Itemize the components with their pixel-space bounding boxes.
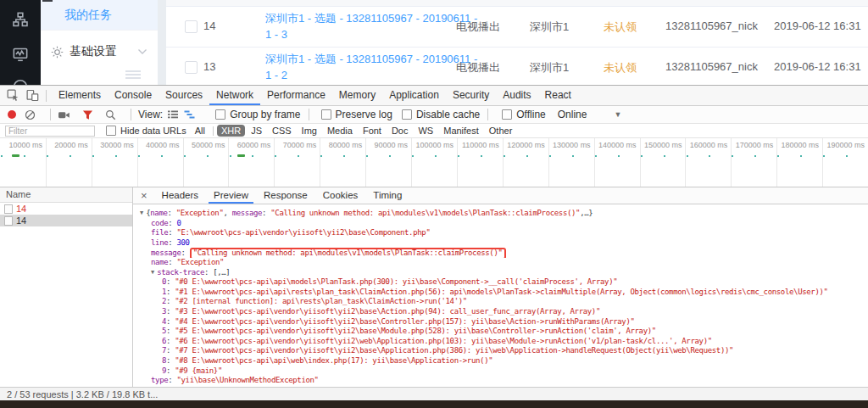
hide-data-urls-label: Hide data URLs [120, 126, 186, 136]
devtools-tab-performance[interactable]: Performance [260, 86, 332, 105]
dark-icon-rail [0, 0, 41, 85]
view-list-icon[interactable] [167, 109, 179, 120]
table-row: 14深圳市1 - 选题 - 13281105967 - 20190611 -1 … [166, 7, 868, 48]
filter-type-ws[interactable]: WS [414, 125, 437, 137]
row-title-link[interactable]: 深圳市1 - 选题 - 13281105967 - 20190611 -1 - … [265, 10, 477, 42]
filter-input[interactable] [5, 126, 95, 137]
sidebar-item-my-tasks[interactable]: 我的任务 [41, 0, 158, 31]
waterfall-dot [161, 155, 163, 157]
waterfall-dot [184, 155, 186, 157]
filter-type-doc[interactable]: Doc [387, 125, 413, 137]
detail-tab-timing[interactable]: Timing [368, 187, 407, 204]
devtools-tab-application[interactable]: Application [382, 86, 446, 105]
bottom-window-bar [0, 400, 868, 408]
filter-type-xhr[interactable]: XHR [217, 125, 245, 137]
devtools-tab-sources[interactable]: Sources [159, 86, 209, 105]
timeline-tick-label: 20000 ms [46, 141, 88, 149]
detail-tab-preview[interactable]: Preview [209, 187, 253, 204]
preserve-log-checkbox[interactable] [321, 109, 331, 120]
devtools-tab-console[interactable]: Console [108, 86, 159, 105]
record-button[interactable] [8, 110, 16, 119]
waterfall-dot [92, 155, 94, 157]
devtools-tab-elements[interactable]: Elements [52, 86, 108, 105]
devtools-tab-security[interactable]: Security [446, 86, 496, 105]
preview-line: 4: "#4 E:\wwwroot\pcs-api\vendor\yiisoft… [133, 317, 868, 327]
waterfall-dot [777, 155, 779, 157]
row-channel-cell: 电视播出 [456, 60, 500, 75]
preview-line: ▼stack-trace: [,…] [133, 268, 868, 278]
request-row[interactable]: 14 [0, 203, 132, 215]
close-icon[interactable]: × [133, 189, 154, 202]
waterfall-dot [572, 155, 574, 157]
disable-cache-checkbox[interactable] [402, 109, 412, 120]
preview-line: 0: "#0 E:\wwwroot\pcs-api\api\models\Pla… [133, 277, 868, 288]
filter-separator [213, 126, 214, 136]
resource-type-filters: AllXHRJSCSSImgMediaFontDocWSManifestOthe… [190, 125, 518, 137]
waterfall-dot [481, 155, 482, 157]
requests-name-header[interactable]: Name [0, 187, 132, 203]
filter-type-css[interactable]: CSS [268, 125, 296, 137]
waterfall-dot [70, 155, 71, 157]
chevron-down-icon [137, 48, 147, 55]
filter-type-js[interactable]: JS [247, 125, 266, 137]
hide-data-urls-checkbox[interactable] [106, 126, 116, 136]
waterfall-dot [366, 155, 368, 157]
disclosure-triangle-icon[interactable]: ▼ [151, 268, 154, 278]
inspect-element-icon[interactable] [7, 89, 19, 102]
devtools-tab-react[interactable]: React [538, 86, 578, 105]
sidebar-item-label: 我的任务 [64, 8, 112, 23]
capture-screenshots-icon[interactable] [58, 109, 70, 120]
devtools-tab-network[interactable]: Network [209, 86, 260, 105]
filter-type-img[interactable]: Img [298, 125, 321, 137]
row-checkbox[interactable] [185, 61, 198, 74]
offline-checkbox[interactable] [502, 109, 512, 120]
preview-line: message: "Calling unknown method: api\mo… [133, 248, 868, 258]
waterfall-dot [320, 155, 322, 157]
clear-button[interactable] [25, 109, 36, 120]
devtools-tab-audits[interactable]: Audits [496, 86, 537, 105]
group-by-frame-checkbox[interactable] [215, 109, 225, 120]
row-time-cell: 2019-06-12 16:31 [774, 20, 861, 32]
detail-tab-cookies[interactable]: Cookies [318, 187, 364, 204]
sidebar-item-basic-settings[interactable]: 基础设置 [41, 31, 158, 73]
row-status-cell: 未认领 [604, 20, 637, 35]
waterfall-dot [115, 155, 117, 157]
dashboard-monitor-icon[interactable] [13, 47, 28, 62]
waterfall-view-icon[interactable] [184, 109, 196, 120]
dropdown-caret-icon: ▼ [614, 110, 621, 119]
throttling-dropdown[interactable]: Online [558, 109, 587, 120]
waterfall-dot [846, 155, 848, 157]
sidebar-collapse-button[interactable] [125, 70, 141, 81]
preview-line: 1: "#1 E:\wwwroot\pcs-api\api\rests\plan… [133, 288, 868, 298]
request-row[interactable]: 14 [0, 215, 132, 226]
waterfall-dot [207, 155, 209, 157]
preview-line: code: 0 [133, 219, 868, 229]
circle-icon[interactable] [13, 79, 28, 85]
screen: 我的任务 基础设置 14深圳市1 - 选题 - 13281105967 - 20… [0, 0, 868, 408]
preview-line: file: "E:\wwwroot\pcs-api\vendor\yiisoft… [133, 228, 868, 238]
sitemap-icon[interactable] [13, 12, 28, 27]
row-checkbox[interactable] [185, 20, 198, 33]
filter-type-manifest[interactable]: Manifest [439, 125, 483, 137]
row-title-link[interactable]: 深圳市1 - 选题 - 13281105967 - 20190611 -1 - … [265, 51, 477, 83]
detail-tab-headers[interactable]: Headers [157, 187, 203, 204]
filter-type-font[interactable]: Font [359, 125, 386, 137]
filter-type-media[interactable]: Media [323, 125, 357, 137]
devtools-tab-memory[interactable]: Memory [332, 86, 382, 105]
waterfall-dot [435, 155, 437, 157]
detail-tab-response[interactable]: Response [259, 187, 313, 204]
requests-list: 1414 [0, 203, 132, 226]
preview-line: name: "Exception" [133, 258, 868, 268]
timeline-tick-label: 70000 ms [274, 141, 316, 149]
request-detail-panel: × HeadersPreviewResponseCookiesTiming ▼{… [133, 187, 868, 387]
devtools-status-bar: 2 / 53 requests | 3.2 KB / 19.8 KB t... [0, 387, 868, 401]
filter-type-other[interactable]: Other [485, 125, 517, 137]
search-icon[interactable] [105, 109, 116, 120]
disclosure-triangle-icon[interactable]: ▼ [140, 209, 143, 219]
row-id-cell: 13 [203, 60, 215, 73]
device-toolbar-icon[interactable] [26, 89, 39, 102]
devtools-panel: ElementsConsoleSourcesNetworkPerformance… [0, 85, 868, 400]
row-title-line2: 1 - 2 [265, 67, 477, 83]
filter-type-all[interactable]: All [191, 125, 209, 137]
filter-funnel-icon[interactable] [82, 109, 93, 120]
